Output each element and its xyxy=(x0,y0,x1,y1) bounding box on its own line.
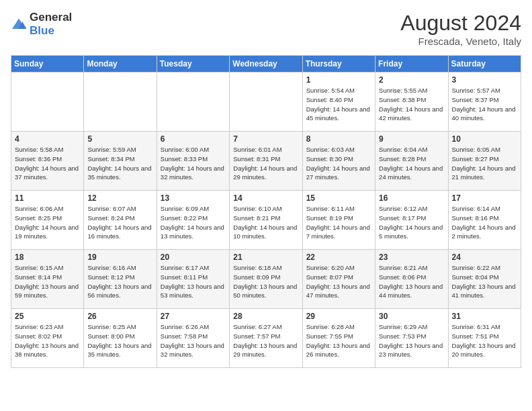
day-number: 18 xyxy=(15,253,80,262)
calendar-cell: 13Sunrise: 6:09 AM Sunset: 8:22 PM Dayli… xyxy=(157,191,229,250)
day-number: 7 xyxy=(233,134,298,144)
calendar-cell: 26Sunrise: 6:25 AM Sunset: 8:00 PM Dayli… xyxy=(84,309,157,368)
day-header-friday: Friday xyxy=(375,56,448,73)
day-number: 11 xyxy=(15,193,80,203)
day-info: Sunrise: 5:58 AM Sunset: 8:36 PM Dayligh… xyxy=(15,145,80,182)
logo-blue: Blue xyxy=(30,24,54,37)
calendar-cell: 9Sunrise: 6:04 AM Sunset: 8:28 PM Daylig… xyxy=(375,132,448,191)
day-info: Sunrise: 6:25 AM Sunset: 8:00 PM Dayligh… xyxy=(87,322,152,359)
day-info: Sunrise: 6:31 AM Sunset: 7:51 PM Dayligh… xyxy=(452,322,517,359)
day-number: 25 xyxy=(15,312,80,321)
title-block: August 2024 Frescada, Veneto, Italy xyxy=(400,11,521,47)
day-info: Sunrise: 6:17 AM Sunset: 8:11 PM Dayligh… xyxy=(161,263,226,300)
calendar-cell: 30Sunrise: 6:29 AM Sunset: 7:53 PM Dayli… xyxy=(375,309,448,368)
day-number: 29 xyxy=(306,312,371,321)
day-info: Sunrise: 6:14 AM Sunset: 8:16 PM Dayligh… xyxy=(452,204,517,241)
day-header-sunday: Sunday xyxy=(11,56,84,73)
day-number: 5 xyxy=(87,134,152,144)
day-number: 26 xyxy=(87,312,152,321)
day-number: 2 xyxy=(379,75,444,85)
day-info: Sunrise: 5:55 AM Sunset: 8:38 PM Dayligh… xyxy=(379,86,444,123)
day-number: 8 xyxy=(306,134,371,144)
calendar-cell: 24Sunrise: 6:22 AM Sunset: 8:04 PM Dayli… xyxy=(448,250,521,309)
day-info: Sunrise: 6:29 AM Sunset: 7:53 PM Dayligh… xyxy=(379,322,444,359)
day-number: 19 xyxy=(87,253,152,262)
calendar-cell: 28Sunrise: 6:27 AM Sunset: 7:57 PM Dayli… xyxy=(230,309,302,368)
day-info: Sunrise: 5:57 AM Sunset: 8:37 PM Dayligh… xyxy=(452,86,517,123)
calendar-cell: 23Sunrise: 6:21 AM Sunset: 8:06 PM Dayli… xyxy=(375,250,448,309)
calendar-table: SundayMondayTuesdayWednesdayThursdayFrid… xyxy=(11,55,521,368)
day-number: 23 xyxy=(379,253,444,262)
calendar-cell: 11Sunrise: 6:06 AM Sunset: 8:25 PM Dayli… xyxy=(11,191,84,250)
day-number: 6 xyxy=(161,134,226,144)
location: Frescada, Veneto, Italy xyxy=(400,36,521,47)
calendar-cell: 7Sunrise: 6:01 AM Sunset: 8:31 PM Daylig… xyxy=(230,132,302,191)
calendar-cell xyxy=(84,73,157,132)
day-number: 10 xyxy=(452,134,517,144)
calendar-cell: 12Sunrise: 6:07 AM Sunset: 8:24 PM Dayli… xyxy=(84,191,157,250)
day-info: Sunrise: 6:00 AM Sunset: 8:33 PM Dayligh… xyxy=(161,145,226,182)
calendar-cell: 14Sunrise: 6:10 AM Sunset: 8:21 PM Dayli… xyxy=(230,191,302,250)
calendar-cell xyxy=(230,73,302,132)
day-number: 9 xyxy=(379,134,444,144)
day-header-saturday: Saturday xyxy=(448,56,521,73)
calendar-week-4: 18Sunrise: 6:15 AM Sunset: 8:14 PM Dayli… xyxy=(11,250,521,309)
day-info: Sunrise: 6:16 AM Sunset: 8:12 PM Dayligh… xyxy=(87,263,152,300)
day-number: 28 xyxy=(233,312,298,321)
day-info: Sunrise: 6:11 AM Sunset: 8:19 PM Dayligh… xyxy=(306,204,371,241)
day-info: Sunrise: 6:03 AM Sunset: 8:30 PM Dayligh… xyxy=(306,145,371,182)
day-header-thursday: Thursday xyxy=(302,56,375,73)
day-number: 4 xyxy=(15,134,80,144)
calendar-cell: 29Sunrise: 6:28 AM Sunset: 7:55 PM Dayli… xyxy=(302,309,375,368)
calendar-cell: 2Sunrise: 5:55 AM Sunset: 8:38 PM Daylig… xyxy=(375,73,448,132)
calendar-week-5: 25Sunrise: 6:23 AM Sunset: 8:02 PM Dayli… xyxy=(11,309,521,368)
day-number: 27 xyxy=(161,312,226,321)
day-info: Sunrise: 6:18 AM Sunset: 8:09 PM Dayligh… xyxy=(233,263,298,300)
calendar-week-1: 1Sunrise: 5:54 AM Sunset: 8:40 PM Daylig… xyxy=(11,73,521,132)
day-number: 17 xyxy=(452,193,517,203)
day-header-monday: Monday xyxy=(84,56,157,73)
logo-general: General xyxy=(30,11,72,24)
calendar-cell: 22Sunrise: 6:20 AM Sunset: 8:07 PM Dayli… xyxy=(302,250,375,309)
calendar-cell: 27Sunrise: 6:26 AM Sunset: 7:58 PM Dayli… xyxy=(157,309,229,368)
calendar-cell: 15Sunrise: 6:11 AM Sunset: 8:19 PM Dayli… xyxy=(302,191,375,250)
day-info: Sunrise: 6:20 AM Sunset: 8:07 PM Dayligh… xyxy=(306,263,371,300)
calendar-header-row: SundayMondayTuesdayWednesdayThursdayFrid… xyxy=(11,56,521,73)
calendar-cell: 4Sunrise: 5:58 AM Sunset: 8:36 PM Daylig… xyxy=(11,132,84,191)
day-number: 12 xyxy=(87,193,152,203)
day-info: Sunrise: 6:01 AM Sunset: 8:31 PM Dayligh… xyxy=(233,145,298,182)
day-number: 1 xyxy=(306,75,371,85)
day-info: Sunrise: 6:05 AM Sunset: 8:27 PM Dayligh… xyxy=(452,145,517,182)
day-number: 15 xyxy=(306,193,371,203)
calendar-cell: 1Sunrise: 5:54 AM Sunset: 8:40 PM Daylig… xyxy=(302,73,375,132)
calendar-cell: 20Sunrise: 6:17 AM Sunset: 8:11 PM Dayli… xyxy=(157,250,229,309)
day-info: Sunrise: 6:04 AM Sunset: 8:28 PM Dayligh… xyxy=(379,145,444,182)
calendar-cell: 18Sunrise: 6:15 AM Sunset: 8:14 PM Dayli… xyxy=(11,250,84,309)
day-info: Sunrise: 5:54 AM Sunset: 8:40 PM Dayligh… xyxy=(306,86,371,123)
logo-icon xyxy=(11,17,27,31)
calendar-cell: 19Sunrise: 6:16 AM Sunset: 8:12 PM Dayli… xyxy=(84,250,157,309)
calendar-cell: 5Sunrise: 5:59 AM Sunset: 8:34 PM Daylig… xyxy=(84,132,157,191)
day-number: 24 xyxy=(452,253,517,262)
day-info: Sunrise: 6:26 AM Sunset: 7:58 PM Dayligh… xyxy=(161,322,226,359)
day-number: 30 xyxy=(379,312,444,321)
day-number: 20 xyxy=(161,253,226,262)
month-year: August 2024 xyxy=(400,11,521,36)
day-info: Sunrise: 6:23 AM Sunset: 8:02 PM Dayligh… xyxy=(15,322,80,359)
calendar-cell: 31Sunrise: 6:31 AM Sunset: 7:51 PM Dayli… xyxy=(448,309,521,368)
day-info: Sunrise: 6:10 AM Sunset: 8:21 PM Dayligh… xyxy=(233,204,298,241)
day-number: 3 xyxy=(452,75,517,85)
day-number: 14 xyxy=(233,193,298,203)
day-info: Sunrise: 6:09 AM Sunset: 8:22 PM Dayligh… xyxy=(161,204,226,241)
calendar-cell xyxy=(157,73,229,132)
day-info: Sunrise: 6:28 AM Sunset: 7:55 PM Dayligh… xyxy=(306,322,371,359)
logo: General Blue xyxy=(11,11,72,38)
calendar-week-3: 11Sunrise: 6:06 AM Sunset: 8:25 PM Dayli… xyxy=(11,191,521,250)
calendar-cell: 3Sunrise: 5:57 AM Sunset: 8:37 PM Daylig… xyxy=(448,73,521,132)
calendar-cell: 17Sunrise: 6:14 AM Sunset: 8:16 PM Dayli… xyxy=(448,191,521,250)
calendar-cell xyxy=(11,73,84,132)
day-number: 13 xyxy=(161,193,226,203)
day-info: Sunrise: 6:21 AM Sunset: 8:06 PM Dayligh… xyxy=(379,263,444,300)
calendar-cell: 6Sunrise: 6:00 AM Sunset: 8:33 PM Daylig… xyxy=(157,132,229,191)
day-header-wednesday: Wednesday xyxy=(230,56,302,73)
